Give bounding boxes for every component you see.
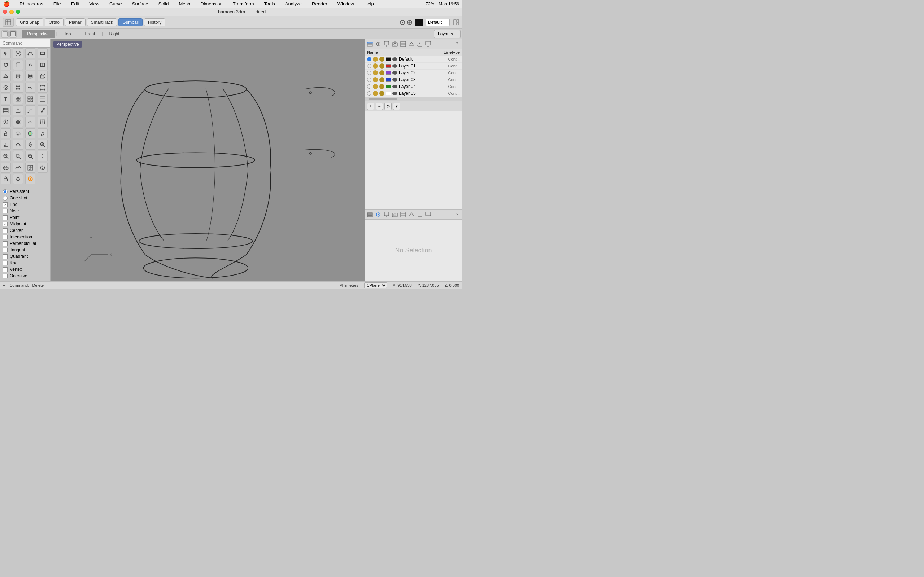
planar-button[interactable]: Planar bbox=[65, 18, 86, 26]
snap-intersection[interactable]: Intersection bbox=[3, 234, 47, 240]
snap-oneshot[interactable]: One shot bbox=[3, 195, 47, 201]
car-icon[interactable] bbox=[1, 163, 11, 173]
close-button[interactable] bbox=[3, 10, 7, 14]
menu-window[interactable]: Window bbox=[335, 0, 356, 7]
layer-row-04[interactable]: Layer 04 Cont... bbox=[365, 83, 462, 90]
angle-tool[interactable] bbox=[1, 140, 11, 150]
menu-edit[interactable]: Edit bbox=[69, 0, 81, 7]
layer-row-05[interactable]: Layer 05 Cont... bbox=[365, 90, 462, 97]
layers-scrollbar[interactable] bbox=[365, 97, 462, 101]
maximize-button[interactable] bbox=[16, 10, 20, 14]
cage-tool[interactable] bbox=[37, 82, 48, 93]
menu-rhinoceros[interactable]: Rhinoceros bbox=[17, 0, 45, 7]
prop-mesh-icon[interactable] bbox=[408, 211, 415, 218]
add-layer-button[interactable]: + bbox=[367, 103, 374, 110]
prop-help-icon[interactable]: ? bbox=[453, 211, 460, 218]
dot-tool[interactable] bbox=[37, 105, 48, 115]
analyze-point[interactable] bbox=[1, 117, 11, 127]
cplane-select[interactable]: CPlane bbox=[364, 282, 387, 288]
snap-quadrant-checkbox[interactable] bbox=[3, 254, 8, 259]
menu-render[interactable]: Render bbox=[310, 0, 330, 7]
camera-icon[interactable] bbox=[391, 40, 399, 48]
zoom-in[interactable] bbox=[37, 140, 48, 150]
snap-perpendicular-checkbox[interactable] bbox=[3, 241, 8, 246]
texture-icon[interactable] bbox=[399, 40, 407, 48]
analyze-edge[interactable] bbox=[13, 117, 23, 127]
hatch-tool[interactable] bbox=[37, 94, 48, 104]
select-tool[interactable] bbox=[1, 48, 11, 58]
mesh-icon[interactable] bbox=[408, 40, 415, 48]
layer-settings-button[interactable]: ⚙ bbox=[384, 103, 392, 110]
dim-icon[interactable] bbox=[416, 40, 423, 48]
snap-tangent-checkbox[interactable] bbox=[3, 248, 8, 253]
point-tool[interactable] bbox=[13, 48, 23, 58]
lock2-tool[interactable] bbox=[1, 174, 11, 184]
snap-intersection-checkbox[interactable] bbox=[3, 235, 8, 239]
layer-color-swatch[interactable] bbox=[386, 57, 391, 61]
leader-tool[interactable] bbox=[25, 105, 36, 115]
layer-04-color[interactable] bbox=[386, 85, 391, 89]
snap-vertex[interactable]: Vertex bbox=[3, 266, 47, 272]
snap-end-checkbox[interactable] bbox=[3, 202, 8, 207]
view-icon-2[interactable] bbox=[10, 30, 16, 37]
menu-file[interactable]: File bbox=[51, 0, 63, 7]
settings-tool[interactable] bbox=[1, 82, 11, 93]
trim-tool[interactable] bbox=[37, 60, 48, 70]
snap-midpoint[interactable]: Midpoint bbox=[3, 221, 47, 227]
lock-tool[interactable] bbox=[1, 128, 11, 139]
snap-near-checkbox[interactable] bbox=[3, 209, 8, 213]
layer-row-default[interactable]: Default Cont... bbox=[365, 56, 462, 63]
command-input[interactable] bbox=[0, 39, 50, 48]
flow-tool[interactable] bbox=[25, 82, 36, 93]
layers-icon[interactable] bbox=[366, 40, 373, 48]
menu-view[interactable]: View bbox=[87, 0, 102, 7]
layer-01-color[interactable] bbox=[386, 64, 391, 68]
cylinder-tool[interactable] bbox=[25, 71, 36, 81]
snap-oncurve[interactable]: On curve bbox=[3, 272, 47, 279]
layer-05-color[interactable] bbox=[386, 92, 391, 95]
surface-tool[interactable] bbox=[1, 71, 11, 81]
snap-oneshot-radio[interactable] bbox=[3, 196, 8, 200]
menu-tools[interactable]: Tools bbox=[262, 0, 277, 7]
menu-solid[interactable]: Solid bbox=[156, 0, 171, 7]
prop-dim-icon[interactable] bbox=[416, 211, 423, 218]
tab-top[interactable]: Top bbox=[59, 30, 76, 38]
tab-perspective[interactable]: Perspective bbox=[22, 30, 55, 38]
layer-panel-tool[interactable] bbox=[1, 105, 11, 115]
grid-tool[interactable] bbox=[25, 94, 36, 104]
remove-layer-button[interactable]: − bbox=[376, 103, 383, 110]
snap-end[interactable]: End bbox=[3, 201, 47, 208]
control-points[interactable] bbox=[13, 94, 23, 104]
menu-transform[interactable]: Transform bbox=[231, 0, 256, 7]
prop-light-icon[interactable] bbox=[383, 211, 390, 218]
view-icon-1[interactable] bbox=[2, 30, 9, 37]
zoom-extents[interactable] bbox=[25, 151, 36, 161]
current-color[interactable] bbox=[415, 19, 423, 26]
snap-perpendicular[interactable]: Perpendicular bbox=[3, 240, 47, 247]
ortho-button[interactable]: Ortho bbox=[45, 18, 63, 26]
properties-icon[interactable] bbox=[375, 40, 382, 48]
smarttrack-button[interactable]: SmartTrack bbox=[87, 18, 117, 26]
help-icon[interactable]: ? bbox=[453, 40, 460, 48]
snap-oncurve-checkbox[interactable] bbox=[3, 274, 8, 279]
viewport[interactable]: Perspective bbox=[50, 39, 365, 281]
prop-camera-icon[interactable] bbox=[391, 211, 399, 218]
text-tool[interactable]: T bbox=[1, 94, 11, 104]
rectangle-tool[interactable] bbox=[37, 48, 48, 58]
layouts-button[interactable]: Layouts... bbox=[434, 30, 460, 38]
grid-snap-toggle[interactable] bbox=[3, 18, 14, 27]
curvature-tool[interactable] bbox=[13, 140, 23, 150]
info-tool[interactable] bbox=[37, 163, 48, 173]
snap-point[interactable]: Point bbox=[3, 214, 47, 221]
surface-analyze[interactable] bbox=[13, 163, 23, 173]
menu-mesh[interactable]: Mesh bbox=[177, 0, 193, 7]
layer-menu-button[interactable]: ▾ bbox=[393, 103, 400, 110]
snap-near[interactable]: Near bbox=[3, 208, 47, 214]
history-button[interactable]: History bbox=[144, 18, 165, 26]
dim-tool[interactable] bbox=[13, 105, 23, 115]
snap-point-checkbox[interactable] bbox=[3, 215, 8, 220]
display-icon[interactable] bbox=[425, 40, 432, 48]
array-tool[interactable] bbox=[13, 82, 23, 93]
box-tool[interactable] bbox=[37, 71, 48, 81]
viewport-canvas[interactable]: X Y bbox=[50, 39, 365, 281]
